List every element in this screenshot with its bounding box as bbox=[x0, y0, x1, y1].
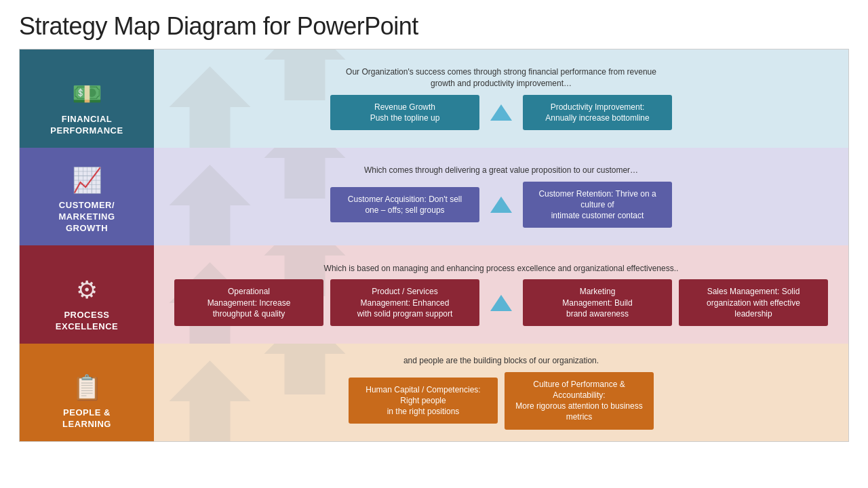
row-description-people: and people are the building blocks of ou… bbox=[166, 355, 836, 367]
row-description-customer: Which comes through delivering a great v… bbox=[166, 165, 836, 176]
people-label: PEOPLE & LEARNING bbox=[62, 407, 111, 430]
process-icon: ⚙ bbox=[76, 276, 98, 304]
row-financial: Our Organization's success comes through… bbox=[154, 49, 848, 148]
row-customer: Which comes through delivering a great v… bbox=[154, 148, 848, 246]
main-content: Our Organization's success comes through… bbox=[154, 49, 848, 441]
sidebar-item-people: 📋PEOPLE & LEARNING bbox=[20, 344, 154, 442]
customer-label: CUSTOMER/ MARKETING GROWTH bbox=[58, 200, 115, 235]
page-title: Strategy Map Diagram for PowerPoint bbox=[19, 12, 849, 41]
sidebar: 💵FINANCIAL PERFORMANCE📈CUSTOMER/ MARKETI… bbox=[20, 49, 154, 441]
arrow-up-process bbox=[490, 295, 512, 311]
row-cards-process: Operational Management: Increase through… bbox=[166, 279, 836, 326]
card-people-1: Culture of Performance & Accountability:… bbox=[505, 372, 654, 430]
card-customer-0: Customer Acquisition: Don't sell one – o… bbox=[330, 187, 479, 222]
customer-icon: 📈 bbox=[72, 166, 102, 195]
card-process-0: Operational Management: Increase through… bbox=[174, 279, 323, 326]
row-people: and people are the building blocks of ou… bbox=[154, 344, 848, 442]
people-icon: 📋 bbox=[72, 373, 102, 402]
sidebar-item-process: ⚙PROCESS EXCELLENCE bbox=[20, 245, 154, 344]
process-label: PROCESS EXCELLENCE bbox=[56, 310, 118, 333]
card-financial-0: Revenue Growth Push the topline up bbox=[330, 95, 479, 130]
diagram: 💵FINANCIAL PERFORMANCE📈CUSTOMER/ MARKETI… bbox=[19, 49, 849, 442]
financial-icon: 💵 bbox=[72, 80, 102, 108]
sidebar-item-financial: 💵FINANCIAL PERFORMANCE bbox=[20, 49, 154, 148]
card-process-2: Marketing Management: Build brand awaren… bbox=[523, 279, 672, 326]
sidebar-item-customer: 📈CUSTOMER/ MARKETING GROWTH bbox=[20, 148, 154, 246]
row-cards-financial: Revenue Growth Push the topline upProduc… bbox=[166, 95, 836, 130]
row-process: Which is based on managing and enhancing… bbox=[154, 245, 848, 344]
card-people-0: Human Capital / Competencies: Right peop… bbox=[349, 378, 498, 424]
row-description-financial: Our Organization's success comes through… bbox=[166, 66, 836, 89]
row-cards-people: Human Capital / Competencies: Right peop… bbox=[166, 372, 836, 430]
card-process-3: Sales Management: Solid organization wit… bbox=[679, 279, 828, 326]
card-customer-1: Customer Retention: Thrive on a culture … bbox=[523, 182, 672, 228]
row-description-process: Which is based on managing and enhancing… bbox=[166, 263, 836, 274]
arrow-up-customer bbox=[490, 197, 512, 213]
financial-label: FINANCIAL PERFORMANCE bbox=[50, 114, 123, 137]
arrow-up-financial bbox=[490, 104, 512, 121]
page: Strategy Map Diagram for PowerPoint 💵FIN… bbox=[0, 0, 868, 488]
card-financial-1: Productivity Improvement: Annually incre… bbox=[523, 95, 672, 130]
card-process-1: Product / Services Management: Enhanced … bbox=[330, 279, 479, 326]
row-cards-customer: Customer Acquisition: Don't sell one – o… bbox=[166, 182, 836, 228]
